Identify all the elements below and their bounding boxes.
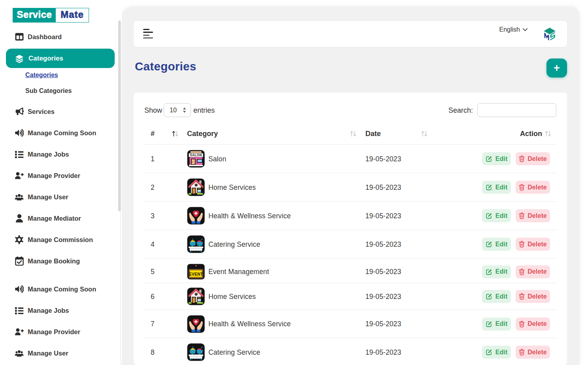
svg-text:SALON: SALON (190, 153, 202, 157)
svg-text:EVENT: EVENT (189, 272, 203, 276)
